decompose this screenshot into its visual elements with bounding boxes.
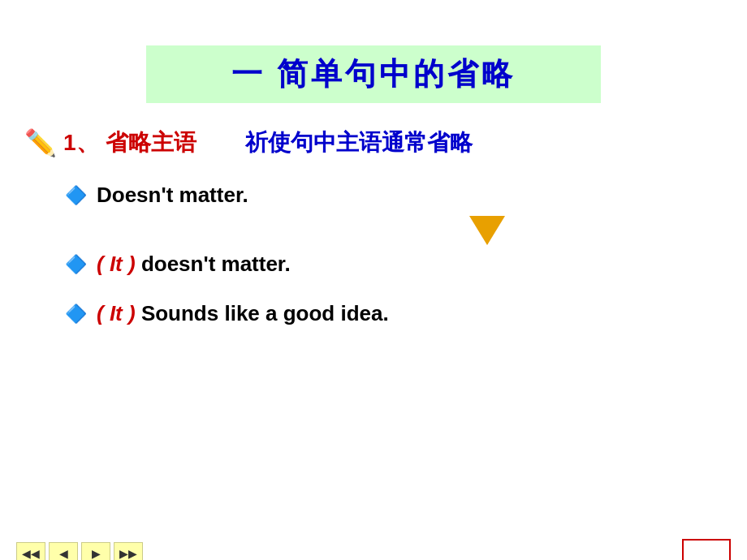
example-3-text: ( It ) Sounds like a good idea. xyxy=(97,301,389,326)
example-3: 🔷 ( It ) Sounds like a good idea. xyxy=(65,301,747,326)
content-area: 🔷 Doesn't matter. 🔷 ( It ) doesn't matte… xyxy=(65,183,747,326)
nav-next-button[interactable]: ▶ xyxy=(81,542,110,560)
example-2-content: doesn't matter. xyxy=(136,252,291,276)
slide: 一 简单句中的省略 ✏️ 1、 省略主语 祈使句中主语通常省略 🔷 Doesn'… xyxy=(0,23,747,560)
nav-first-button[interactable]: ◀◀ xyxy=(16,542,45,560)
bullet-icon-3: 🔷 xyxy=(65,304,87,325)
example-1-content: Doesn't matter. xyxy=(97,183,248,207)
page-indicator xyxy=(682,539,731,560)
section-number: 1、 xyxy=(63,127,99,158)
slide-title: 一 简单句中的省略 xyxy=(231,54,516,95)
bullet-icon-2: 🔷 xyxy=(65,254,87,275)
section-description: 祈使句中主语通常省略 xyxy=(245,127,473,158)
section-heading: ✏️ 1、 省略主语 祈使句中主语通常省略 xyxy=(24,127,747,158)
bullet-icon-1: 🔷 xyxy=(65,185,87,206)
example-2-text: ( It ) doesn't matter. xyxy=(97,252,291,277)
nav-buttons: ◀◀ ◀ ▶ ▶▶ xyxy=(16,542,143,560)
example-1-text: Doesn't matter. xyxy=(97,183,248,208)
example-1: 🔷 Doesn't matter. xyxy=(65,183,747,208)
example-3-content: Sounds like a good idea. xyxy=(136,301,389,325)
example-2-prefix: ( It ) xyxy=(97,252,136,276)
bottom-controls: ◀◀ ◀ ▶ ▶▶ xyxy=(0,539,747,560)
title-box: 一 简单句中的省略 xyxy=(146,45,601,103)
nav-prev-button[interactable]: ◀ xyxy=(49,542,78,560)
section-title: 省略主语 xyxy=(106,127,196,158)
pencil-icon: ✏️ xyxy=(24,127,57,158)
example-3-prefix: ( It ) xyxy=(97,301,136,325)
nav-last-button[interactable]: ▶▶ xyxy=(114,542,143,560)
title-wrapper: 一 简单句中的省略 xyxy=(0,23,747,103)
arrow-container xyxy=(227,216,747,245)
down-arrow-icon xyxy=(469,216,505,245)
example-2: 🔷 ( It ) doesn't matter. xyxy=(65,252,747,277)
